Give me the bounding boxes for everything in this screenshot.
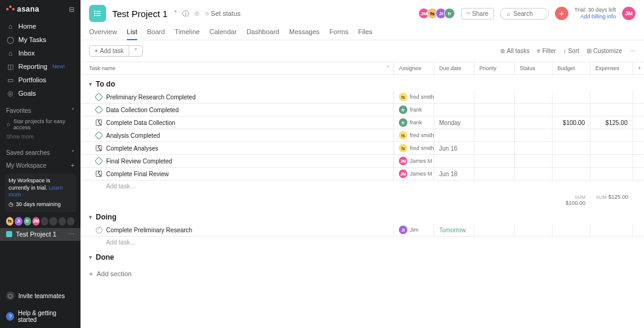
expenses-cell[interactable] bbox=[590, 155, 633, 167]
task-row[interactable]: Analysis Completed fsfred smith bbox=[80, 129, 644, 142]
sidebar-project[interactable]: Test Project 1 ⋯ bbox=[0, 228, 80, 241]
priority-cell[interactable] bbox=[474, 129, 515, 141]
status-cell[interactable] bbox=[515, 129, 553, 141]
priority-cell[interactable] bbox=[474, 168, 515, 180]
expenses-cell[interactable]: $125.00 bbox=[590, 116, 633, 129]
tab-calendar[interactable]: Calendar bbox=[210, 26, 237, 40]
budget-cell[interactable] bbox=[553, 129, 590, 141]
sidebar-item-reporting[interactable]: ◫ReportingNew! bbox=[0, 60, 80, 73]
priority-cell[interactable] bbox=[474, 91, 515, 103]
assignee-cell[interactable]: frfrank bbox=[394, 116, 434, 129]
priority-cell[interactable] bbox=[474, 142, 515, 154]
budget-cell[interactable] bbox=[553, 168, 590, 180]
help-getting-started[interactable]: ? Help & getting started bbox=[0, 305, 80, 328]
priority-cell[interactable] bbox=[474, 155, 515, 167]
section-header[interactable]: ▾Done bbox=[80, 248, 644, 264]
more-icon[interactable]: ⋯ bbox=[629, 48, 635, 54]
priority-cell[interactable] bbox=[474, 116, 515, 129]
assignee-cell[interactable]: fsfred smith bbox=[394, 129, 434, 141]
expenses-cell[interactable] bbox=[590, 129, 633, 141]
due-date-cell[interactable]: Jun 18 bbox=[434, 168, 474, 180]
invite-teammates[interactable]: ◌ Invite teammates bbox=[0, 287, 80, 305]
assignee-cell[interactable]: fsfred smith bbox=[394, 142, 434, 154]
favorites-header[interactable]: Favorites ˄ bbox=[0, 102, 80, 116]
add-task-dropdown[interactable]: ˅ bbox=[129, 46, 142, 56]
expenses-cell[interactable] bbox=[590, 168, 633, 180]
trial-status[interactable]: Trial: 30 days left Add billing info bbox=[574, 7, 616, 20]
status-cell[interactable] bbox=[515, 116, 553, 129]
task-row[interactable]: Complete Analyses fsfred smith Jun 16 bbox=[80, 142, 644, 155]
column-budget[interactable]: Budget bbox=[553, 62, 590, 74]
assignee-cell[interactable]: JiJim bbox=[394, 224, 434, 236]
add-task-row[interactable]: Add task… bbox=[80, 237, 644, 248]
due-date-cell[interactable] bbox=[434, 129, 474, 141]
all-tasks-filter[interactable]: ⊚ All tasks bbox=[500, 48, 529, 54]
column-priority[interactable]: Priority bbox=[474, 62, 515, 74]
tab-list[interactable]: List bbox=[127, 26, 137, 40]
column-expenses[interactable]: Expenses bbox=[590, 62, 633, 74]
more-icon[interactable]: ⋯ bbox=[68, 230, 74, 238]
task-row[interactable]: Complete Data Collection frfrank Monday … bbox=[80, 116, 644, 129]
expenses-cell[interactable] bbox=[590, 104, 633, 116]
workspace-header[interactable]: My Workspace + bbox=[0, 159, 80, 171]
star-icon[interactable]: ☆ bbox=[194, 10, 200, 18]
user-avatar[interactable]: JM bbox=[622, 7, 635, 20]
status-cell[interactable] bbox=[515, 142, 553, 154]
member-avatar[interactable]: fr bbox=[24, 217, 31, 226]
add-task-row[interactable]: Add task… bbox=[80, 180, 644, 192]
sidebar-item-goals[interactable]: ◎Goals bbox=[0, 87, 80, 100]
status-cell[interactable] bbox=[515, 224, 553, 236]
budget-cell[interactable]: $100.00 bbox=[553, 116, 590, 129]
add-section-button[interactable]: +Add section bbox=[80, 264, 644, 283]
chevron-down-icon[interactable]: ˅ bbox=[387, 65, 390, 71]
global-add-button[interactable]: + bbox=[555, 7, 568, 20]
budget-cell[interactable] bbox=[553, 104, 590, 116]
chevron-down-icon[interactable]: ˅ bbox=[174, 10, 177, 18]
tab-timeline[interactable]: Timeline bbox=[174, 26, 199, 40]
asana-logo[interactable]: asana bbox=[6, 5, 40, 13]
sort-button[interactable]: ↕ Sort bbox=[563, 48, 579, 54]
task-row[interactable]: Complete Final Review JMJames M Jun 18 bbox=[80, 168, 644, 180]
sidebar-item-my-tasks[interactable]: ◯My Tasks bbox=[0, 33, 80, 46]
info-icon[interactable]: ⓘ bbox=[182, 9, 189, 18]
budget-cell[interactable] bbox=[553, 224, 590, 236]
add-task-button[interactable]: +Add task ˅ bbox=[89, 45, 143, 57]
status-cell[interactable] bbox=[515, 104, 553, 116]
priority-cell[interactable] bbox=[474, 104, 515, 116]
expenses-cell[interactable] bbox=[590, 224, 633, 236]
member-avatar[interactable]: Ji bbox=[15, 217, 22, 226]
due-date-cell[interactable]: Monday bbox=[434, 116, 474, 129]
sidebar-item-home[interactable]: ⌂Home bbox=[0, 20, 80, 33]
plus-icon[interactable]: + bbox=[71, 162, 74, 169]
tab-files[interactable]: Files bbox=[358, 26, 372, 40]
sidebar-item-portfolios[interactable]: ▭Portfolios bbox=[0, 73, 80, 87]
budget-cell[interactable] bbox=[553, 155, 590, 167]
saved-searches-header[interactable]: Saved searches ˅ bbox=[0, 144, 80, 159]
due-date-cell[interactable]: Jun 16 bbox=[434, 142, 474, 154]
assignee-cell[interactable]: JMJames M bbox=[394, 168, 434, 180]
task-row[interactable]: Final Review Completed JMJames M bbox=[80, 155, 644, 168]
column-due-date[interactable]: Due date bbox=[434, 62, 474, 74]
column-task-name[interactable]: Task name˅ bbox=[80, 62, 394, 74]
member-avatar[interactable]: fs bbox=[6, 217, 13, 226]
status-indicator[interactable]: ○ Set status bbox=[205, 10, 241, 17]
assignee-cell[interactable]: frfrank bbox=[394, 104, 434, 116]
add-column-button[interactable]: + bbox=[633, 62, 644, 74]
share-button[interactable]: ⌔ Share bbox=[461, 8, 494, 20]
task-row[interactable]: Data Collection Completed frfrank bbox=[80, 104, 644, 116]
due-date-cell[interactable] bbox=[434, 155, 474, 167]
add-billing-link[interactable]: Add billing info bbox=[574, 13, 616, 20]
show-more[interactable]: Show more bbox=[0, 132, 80, 144]
tab-forms[interactable]: Forms bbox=[329, 26, 348, 40]
member-avatar[interactable]: JM bbox=[32, 217, 40, 226]
status-cell[interactable] bbox=[515, 168, 553, 180]
column-status[interactable]: Status bbox=[515, 62, 553, 74]
section-header[interactable]: ▾Doing bbox=[80, 208, 644, 224]
page-title[interactable]: Test Project 1 bbox=[112, 9, 168, 19]
tab-overview[interactable]: Overview bbox=[89, 26, 117, 40]
expenses-cell[interactable] bbox=[590, 142, 633, 154]
budget-cell[interactable] bbox=[553, 91, 590, 103]
priority-cell[interactable] bbox=[474, 224, 515, 236]
search-input[interactable]: ⌕ Search bbox=[500, 8, 549, 20]
budget-cell[interactable] bbox=[553, 142, 590, 154]
